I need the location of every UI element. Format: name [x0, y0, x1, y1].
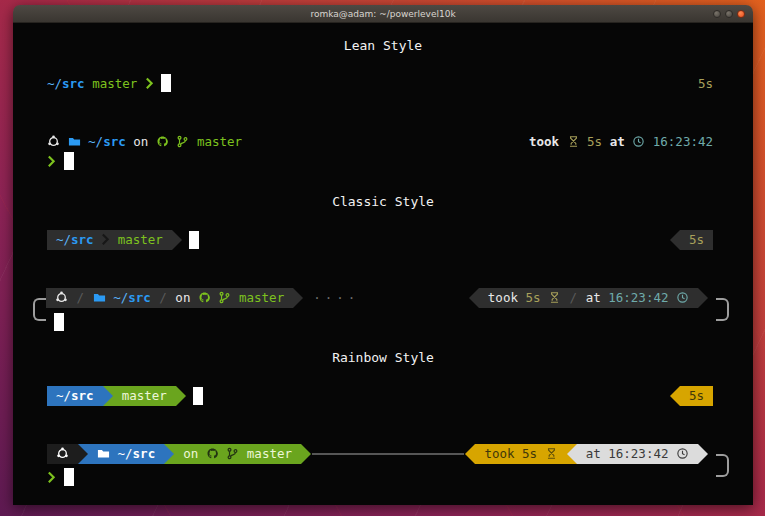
segment-separator-icon: [101, 233, 110, 246]
folder-icon: [68, 135, 81, 148]
home-path: ~/: [118, 446, 133, 461]
on-label: on: [133, 134, 148, 149]
os-segment: [47, 444, 78, 464]
git-branch-name: master: [122, 388, 167, 403]
segment-separator: /: [570, 290, 578, 305]
home-path: ~/: [47, 76, 62, 91]
minimize-button[interactable]: [713, 10, 721, 18]
vcs-segment: on master: [174, 444, 301, 464]
section-heading-classic: Classic Style: [13, 192, 753, 212]
dir-name: src: [62, 76, 85, 91]
heading-text: Rainbow Style: [332, 350, 434, 365]
command-duration: 5s: [525, 290, 540, 305]
home-path: ~/: [56, 232, 71, 247]
dir-name: src: [128, 290, 151, 305]
text-cursor: [189, 231, 199, 249]
text-cursor: [161, 74, 171, 92]
git-branch-name: master: [247, 446, 292, 461]
at-label: at: [586, 290, 601, 305]
git-branch-name: master: [197, 134, 242, 149]
prompt-chevron-icon: [145, 77, 154, 90]
git-branch-name: master: [92, 76, 137, 91]
window-title: romka@adam: ~/powerlevel10k: [310, 9, 455, 19]
duration-segment: 5s: [680, 386, 713, 406]
path-segment: ~/src: [47, 386, 103, 406]
clock-icon: [676, 291, 689, 304]
at-label: at: [586, 446, 601, 461]
on-label: on: [175, 290, 190, 305]
vcs-segment: master: [113, 386, 176, 406]
timestamp: 16:23:42: [653, 134, 713, 149]
segment-separator: [164, 444, 174, 464]
text-cursor: [64, 152, 74, 170]
powerline-arrow: [698, 444, 708, 464]
prompt-frame-left: [33, 298, 46, 321]
command-duration: 5s: [587, 134, 602, 149]
os-ubuntu-icon: [47, 135, 60, 148]
lean-prompt-two-line: ~/src on master took 5s at 16:23:42: [47, 132, 713, 152]
powerline-arrow: [293, 288, 303, 308]
git-branch-name: master: [118, 232, 163, 247]
segment-separator: [567, 444, 577, 464]
rainbow-prompt-two-line: ~/src on master took 5s: [47, 444, 729, 488]
github-octocat-icon: [156, 135, 169, 148]
powerline-arrow: [176, 386, 186, 406]
close-button[interactable]: [737, 10, 745, 18]
timestamp: 16:23:42: [608, 446, 668, 461]
github-octocat-icon: [198, 291, 211, 304]
lean-left-prompt: ~/src master: [47, 74, 171, 94]
window-controls: [713, 10, 745, 18]
gap-filler-line: [312, 453, 464, 455]
folder-icon: [97, 447, 110, 460]
terminal-content[interactable]: Lean Style ~/src master 5s ~/src on: [13, 23, 753, 505]
powerline-arrow: [670, 230, 680, 250]
home-path: ~/: [113, 290, 128, 305]
clock-icon: [676, 447, 689, 460]
rainbow-prompt-line1: ~/src on master took 5s: [47, 444, 708, 464]
folder-icon: [93, 291, 106, 304]
powerline-arrow: [698, 288, 708, 308]
git-branch-icon: [218, 291, 231, 304]
took-label: took: [529, 134, 559, 149]
powerline-arrow: [670, 386, 680, 406]
hourglass-icon: [545, 447, 558, 460]
hourglass-icon: [567, 135, 580, 148]
timestamp: 16:23:42: [608, 290, 668, 305]
command-duration: 5s: [522, 446, 537, 461]
duration-segment: took 5s: [475, 444, 566, 464]
classic-right-prompt: 5s: [670, 230, 713, 250]
segment-separator: /: [159, 290, 167, 305]
terminal-window: romka@adam: ~/powerlevel10k Lean Style ~…: [13, 5, 753, 505]
git-branch-name: master: [239, 290, 284, 305]
rainbow-input-line: [47, 468, 74, 488]
powerline-arrow: [301, 444, 311, 464]
right-segments: took 5s / at 16:23:42: [479, 288, 698, 308]
command-duration: 5s: [698, 74, 713, 94]
git-branch-icon: [176, 135, 189, 148]
classic-prompt-two-line: / ~/src / on master ····: [33, 288, 729, 332]
path-segment: ~/src: [88, 444, 164, 464]
heading-text: Classic Style: [332, 194, 434, 209]
desktop-background: romka@adam: ~/powerlevel10k Lean Style ~…: [0, 0, 765, 516]
maximize-button[interactable]: [725, 10, 733, 18]
classic-prompt-line1: / ~/src / on master ····: [46, 288, 708, 308]
text-cursor: [193, 387, 203, 405]
left-segments: / ~/src / on master: [46, 288, 293, 308]
path-segment: ~/src master: [47, 230, 172, 250]
lean-right-prompt: took 5s at 16:23:42: [529, 132, 713, 152]
time-segment: at 16:23:42: [577, 444, 698, 464]
text-cursor: [54, 313, 64, 331]
window-titlebar[interactable]: romka@adam: ~/powerlevel10k: [13, 5, 753, 23]
git-branch-icon: [226, 447, 239, 460]
hourglass-icon: [548, 291, 561, 304]
section-heading-rainbow: Rainbow Style: [13, 348, 753, 368]
os-ubuntu-icon: [56, 447, 69, 460]
powerline-arrow: [469, 288, 479, 308]
segment-separator: /: [77, 290, 85, 305]
clock-icon: [632, 135, 645, 148]
took-label: took: [488, 290, 518, 305]
dir-name: src: [133, 446, 156, 461]
segment-separator: [103, 386, 113, 406]
classic-input-line: [46, 312, 64, 332]
rainbow-right-prompt: 5s: [670, 386, 713, 406]
